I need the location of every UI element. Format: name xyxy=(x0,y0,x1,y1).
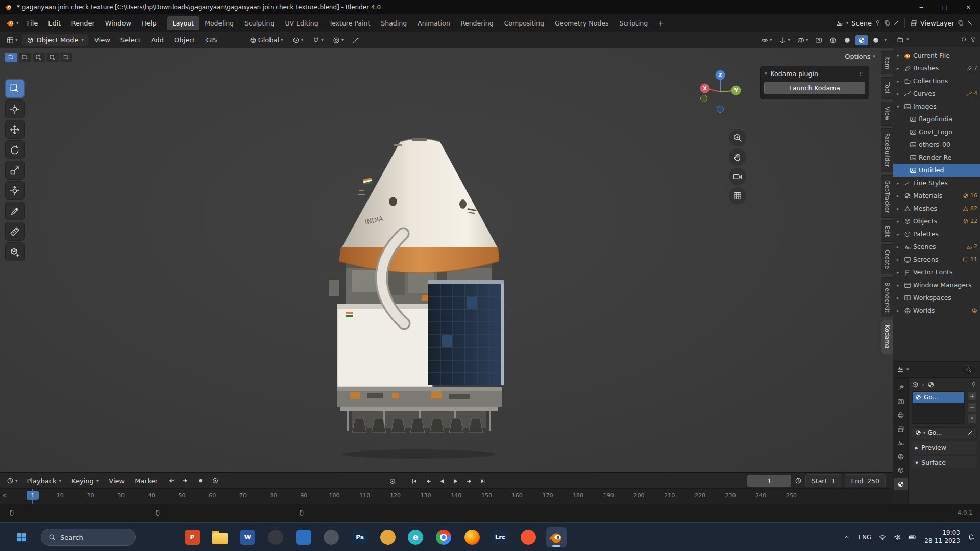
viewport-menu-add[interactable]: Add xyxy=(146,34,168,46)
outliner-item-scenes[interactable]: ▸Scenes2 xyxy=(893,240,980,253)
outliner-item-curves[interactable]: ▸Curves4 xyxy=(893,87,980,100)
select-mode-button-5[interactable] xyxy=(60,53,72,62)
disclosure-icon[interactable]: ▸ xyxy=(897,295,902,300)
properties-editor-icon[interactable] xyxy=(897,366,904,373)
viewlayer-icon[interactable] xyxy=(910,19,917,27)
properties-search[interactable] xyxy=(961,365,976,374)
3d-viewport[interactable]: ▾ Object Mode ▾ ViewSelectAddObjectGIS G… xyxy=(0,32,893,472)
menu-render[interactable]: Render xyxy=(66,17,99,29)
preview-range-icon[interactable] xyxy=(795,477,802,484)
taskbar-app-file-explorer[interactable] xyxy=(210,527,230,547)
next-keyframe-button[interactable] xyxy=(463,475,476,487)
play-reverse-button[interactable] xyxy=(435,475,448,487)
tool-measure[interactable] xyxy=(5,222,24,241)
tool-cursor[interactable] xyxy=(5,99,24,118)
workspace-tab-modeling[interactable]: Modeling xyxy=(200,16,239,30)
menu-window[interactable]: Window xyxy=(101,17,136,29)
tool-options-dropdown[interactable]: Options▾ xyxy=(845,53,875,60)
scene-browse-icon[interactable] xyxy=(836,19,843,27)
workspace-tab-sculpting[interactable]: Sculpting xyxy=(239,16,279,30)
workspace-tab-uv-editing[interactable]: UV Editing xyxy=(280,16,323,30)
taskbar-app-edge[interactable]: e xyxy=(405,527,426,547)
workspace-tab-shading[interactable]: Shading xyxy=(376,16,412,30)
overlays-dropdown[interactable]: ▾ xyxy=(795,35,811,45)
keying-set-button[interactable] xyxy=(209,475,222,487)
outliner-item-palettes[interactable]: ▸Palettes xyxy=(893,228,980,240)
tool-add-cube[interactable] xyxy=(5,242,24,261)
outliner-item-screens[interactable]: ▸Screens11 xyxy=(893,253,980,266)
close-icon[interactable] xyxy=(893,20,899,26)
search-icon[interactable] xyxy=(961,37,967,43)
ruler-collapse-arrow[interactable]: « xyxy=(3,492,6,499)
outliner-item-untitled[interactable]: Untitled xyxy=(893,164,980,177)
jump-prev-keyframe-button[interactable] xyxy=(164,475,177,487)
jump-next-keyframe-button[interactable] xyxy=(179,475,192,487)
tool-annotate[interactable] xyxy=(5,202,24,220)
side-tab-blenderkit[interactable]: BlenderKit xyxy=(881,277,893,318)
menu-file[interactable]: File xyxy=(22,17,43,29)
outliner-item-materials[interactable]: ▸Materials16 xyxy=(893,189,980,202)
tool-select-box[interactable] xyxy=(5,79,24,98)
viewport-menu-view[interactable]: View xyxy=(90,34,115,46)
viewport-menu-object[interactable]: Object xyxy=(169,34,200,46)
start-button[interactable] xyxy=(11,527,32,547)
workspace-tab-animation[interactable]: Animation xyxy=(412,16,455,30)
side-tab-item[interactable]: Item xyxy=(881,51,893,74)
disclosure-icon[interactable]: ▸ xyxy=(897,91,902,96)
viewport-zoom-button[interactable] xyxy=(729,129,746,146)
outliner-item-objects[interactable]: ▸Objects12 xyxy=(893,215,980,228)
properties-tab-world[interactable] xyxy=(894,450,908,463)
side-tab-kodama[interactable]: Kodama xyxy=(881,320,893,354)
taskbar-app-chrome[interactable] xyxy=(433,527,454,547)
editor-type-button[interactable]: ▾ xyxy=(4,475,20,486)
outliner-item-flagofindia[interactable]: flagofindia xyxy=(893,113,980,126)
shading-wireframe-button[interactable] xyxy=(827,35,839,45)
side-tab-edit[interactable]: Edit xyxy=(881,220,893,242)
taskbar-app-lightroom[interactable]: Lrc xyxy=(490,527,510,547)
disclosure-icon[interactable]: ▸ xyxy=(897,181,902,186)
snap-dropdown[interactable]: ▾ xyxy=(310,35,326,45)
disclosure-icon[interactable]: ▸ xyxy=(897,257,902,262)
section-preview[interactable]: ▸Preview xyxy=(912,441,977,454)
viewlayer-name[interactable]: ViewLayer xyxy=(920,19,954,27)
pin-icon[interactable] xyxy=(971,382,977,388)
outliner-item-window-managers[interactable]: ▸Window Managers xyxy=(893,279,980,291)
gizmos-dropdown[interactable]: ▾ xyxy=(776,35,793,45)
outliner-item-others-00[interactable]: others_00 xyxy=(893,138,980,151)
properties-tab-object[interactable] xyxy=(894,464,908,477)
side-tab-geotracker[interactable]: GeoTracker xyxy=(881,175,893,218)
gaganyaan-model[interactable]: INDIA xyxy=(316,133,521,462)
filter-icon[interactable] xyxy=(970,37,976,43)
outliner-item-render-re[interactable]: Render Re xyxy=(893,151,980,164)
material-slot[interactable]: Go... xyxy=(913,392,964,403)
viewport-camera-button[interactable] xyxy=(729,168,746,185)
tool-scale[interactable] xyxy=(5,161,24,180)
frame-end-field[interactable]: End250 xyxy=(845,474,886,487)
drag-handle-icon[interactable] xyxy=(859,71,865,77)
shading-material-button[interactable] xyxy=(855,35,868,45)
side-tab-facebuilder[interactable]: FaceBuilder xyxy=(881,128,893,172)
outliner-item-vector-fonts[interactable]: ▸Vector Fonts xyxy=(893,266,980,279)
disclosure-icon[interactable]: ▸ xyxy=(897,79,902,84)
outliner-root[interactable]: ▾Current File xyxy=(893,49,980,62)
taskbar-app-firefox[interactable] xyxy=(462,527,482,547)
outliner-item-brushes[interactable]: ▸Brushes7 xyxy=(893,62,980,74)
launch-kodama-button[interactable]: Launch Kodama xyxy=(764,82,865,94)
outliner-item-govt-logo[interactable]: Govt_Logo xyxy=(893,126,980,138)
falloff-button[interactable] xyxy=(350,35,362,45)
material-icon[interactable] xyxy=(927,381,935,388)
taskbar-app-word[interactable]: W xyxy=(237,527,258,547)
viewport-menu-gis[interactable]: GIS xyxy=(201,34,222,46)
volume-icon[interactable] xyxy=(894,534,901,541)
workspace-tab-rendering[interactable]: Rendering xyxy=(456,16,499,30)
disclosure-icon[interactable]: ▸ xyxy=(897,283,902,288)
material-slots-list[interactable]: Go... xyxy=(912,391,965,424)
add-material-slot-button[interactable] xyxy=(967,391,977,401)
new-viewlayer-icon[interactable] xyxy=(958,20,964,26)
previous-keyframe-button[interactable] xyxy=(422,475,434,487)
disclosure-icon[interactable]: ▾ xyxy=(897,53,902,58)
tray-expand-icon[interactable] xyxy=(843,534,850,541)
frame-start-field[interactable]: Start1 xyxy=(805,474,842,487)
taskbar-app-amber-app[interactable] xyxy=(378,527,398,547)
play-button[interactable] xyxy=(449,475,462,487)
